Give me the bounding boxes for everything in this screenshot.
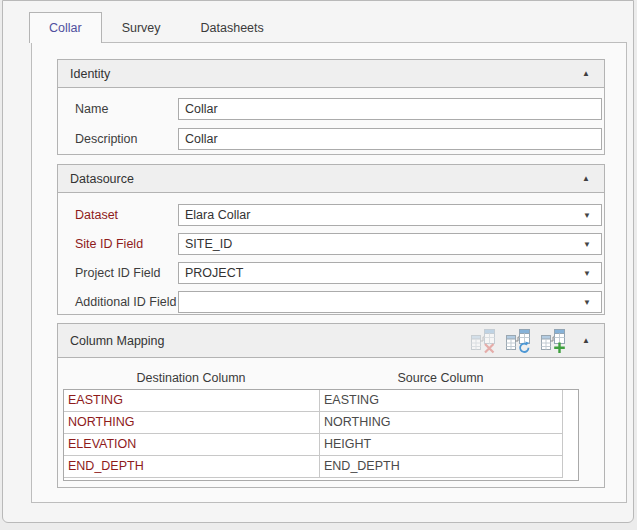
collapse-up-icon[interactable]: ▲ — [580, 67, 592, 81]
datasource-group-title: Datasource — [70, 172, 134, 186]
destination-cell[interactable]: EASTING — [64, 390, 320, 412]
remove-mapping-icon[interactable] — [470, 328, 496, 354]
description-input[interactable] — [178, 128, 602, 150]
refresh-mapping-icon[interactable] — [505, 328, 531, 354]
name-field-row: Name — [75, 98, 602, 120]
add-mapping-icon[interactable] — [540, 328, 566, 354]
project-id-field-dropdown[interactable]: PROJECT ▼ — [178, 262, 602, 284]
site-id-field-label: Site ID Field — [75, 237, 178, 251]
additional-id-field-row: Additional ID Field ▼ — [75, 291, 602, 313]
collapse-up-icon[interactable]: ▲ — [580, 172, 592, 186]
table-row: EASTING EASTING — [64, 390, 578, 412]
identity-group-header: Identity ▲ — [58, 60, 604, 88]
column-mapping-group: Column Mapping — [57, 323, 605, 488]
source-cell[interactable]: HEIGHT — [320, 434, 563, 456]
properties-window: Collar Survey Datasheets Identity ▲ Name… — [2, 0, 634, 523]
tab-bar: Collar Survey Datasheets — [29, 12, 284, 43]
empty-cell — [563, 390, 578, 412]
chevron-down-icon: ▼ — [583, 269, 595, 278]
chevron-down-icon: ▼ — [583, 298, 595, 307]
mapping-table-header: Destination Column Source Column — [63, 368, 579, 388]
tab-collar[interactable]: Collar — [29, 12, 102, 43]
collapse-up-icon[interactable]: ▲ — [580, 334, 592, 348]
project-id-field-value: PROJECT — [185, 266, 583, 280]
dataset-field-row: Dataset Elara Collar ▼ — [75, 204, 602, 226]
dataset-label: Dataset — [75, 208, 178, 222]
project-id-field-row: Project ID Field PROJECT ▼ — [75, 262, 602, 284]
identity-group: Identity ▲ Name Description — [57, 59, 605, 155]
name-label: Name — [75, 102, 178, 116]
source-cell[interactable]: NORTHING — [320, 412, 563, 434]
column-mapping-group-title: Column Mapping — [70, 334, 165, 348]
datasource-group-header: Datasource ▲ — [58, 165, 604, 193]
description-label: Description — [75, 132, 178, 146]
source-cell[interactable]: END_DEPTH — [320, 456, 563, 478]
dataset-value: Elara Collar — [185, 208, 583, 222]
column-mapping-toolbar — [470, 328, 566, 354]
empty-cell — [563, 412, 578, 434]
description-field-row: Description — [75, 128, 602, 150]
table-row: ELEVATION HEIGHT — [64, 434, 578, 456]
name-input[interactable] — [178, 98, 602, 120]
site-id-field-row: Site ID Field SITE_ID ▼ — [75, 233, 602, 255]
table-row: NORTHING NORTHING — [64, 412, 578, 434]
project-id-field-label: Project ID Field — [75, 266, 178, 280]
mapping-table: EASTING EASTING NORTHING NORTHING ELEVAT… — [63, 389, 579, 481]
dataset-dropdown[interactable]: Elara Collar ▼ — [178, 204, 602, 226]
collar-tab-panel: Identity ▲ Name Description Datasource ▲… — [31, 42, 627, 503]
empty-cell — [563, 434, 578, 456]
table-row: END_DEPTH END_DEPTH — [64, 456, 578, 478]
chevron-down-icon: ▼ — [583, 240, 595, 249]
destination-cell[interactable]: ELEVATION — [64, 434, 320, 456]
source-column-header: Source Column — [319, 368, 562, 388]
destination-column-header: Destination Column — [63, 368, 319, 388]
additional-id-field-label: Additional ID Field — [75, 295, 178, 309]
site-id-field-dropdown[interactable]: SITE_ID ▼ — [178, 233, 602, 255]
destination-cell[interactable]: END_DEPTH — [64, 456, 320, 478]
spacer-column-header — [562, 368, 579, 388]
column-mapping-group-header: Column Mapping — [58, 324, 604, 358]
datasource-group: Datasource ▲ Dataset Elara Collar ▼ Site… — [57, 164, 605, 315]
chevron-down-icon: ▼ — [583, 211, 595, 220]
empty-cell — [563, 456, 578, 478]
additional-id-field-dropdown[interactable]: ▼ — [178, 291, 602, 313]
tab-datasheets[interactable]: Datasheets — [181, 12, 284, 43]
site-id-field-value: SITE_ID — [185, 237, 583, 251]
destination-cell[interactable]: NORTHING — [64, 412, 320, 434]
identity-group-title: Identity — [70, 67, 110, 81]
tab-survey[interactable]: Survey — [102, 12, 181, 43]
source-cell[interactable]: EASTING — [320, 390, 563, 412]
